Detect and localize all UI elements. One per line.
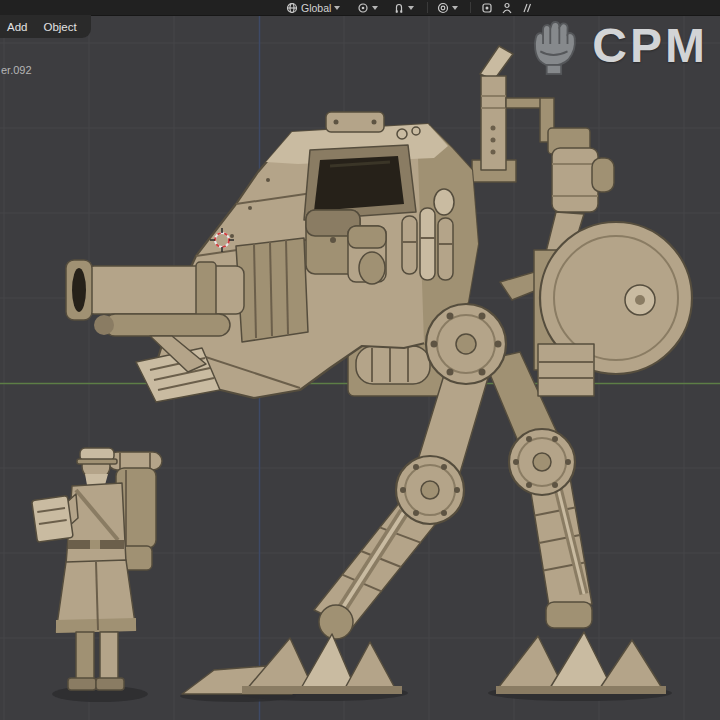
watermark: CPM (524, 14, 708, 76)
transform-orientation-label: Global (301, 2, 331, 14)
falloff-slash-icon (521, 2, 533, 14)
right-leg[interactable] (484, 352, 666, 694)
cockpit-window[interactable] (304, 145, 416, 220)
watermark-text: CPM (592, 18, 708, 73)
shield-disc[interactable] (534, 222, 692, 396)
armored-walker-mech[interactable] (66, 46, 692, 694)
menu-bar: Add Object (0, 15, 91, 38)
fist-icon (524, 14, 582, 76)
header-separator (470, 2, 471, 13)
options-toggle[interactable] (478, 0, 496, 15)
menu-add[interactable]: Add (7, 21, 27, 33)
proportional-editing-dropdown[interactable] (434, 0, 461, 15)
chevron-down-icon (408, 6, 414, 10)
blender-viewport: Global (0, 0, 720, 720)
options-toggle-icon (481, 2, 493, 14)
transform-pivot-dropdown[interactable] (354, 0, 381, 15)
mirror-toggle[interactable] (498, 0, 516, 15)
exhaust-stack[interactable] (472, 46, 516, 182)
transform-pivot-icon (357, 2, 369, 14)
chevron-down-icon (452, 6, 458, 10)
gun-muzzle (72, 268, 86, 312)
snap-dropdown[interactable] (390, 0, 417, 15)
chevron-down-icon (372, 6, 378, 10)
chevron-down-icon (334, 6, 340, 10)
transform-orientation-dropdown[interactable]: Global (283, 0, 343, 15)
held-crate (32, 496, 73, 543)
menu-object[interactable]: Object (43, 21, 76, 33)
soldier-figure[interactable] (32, 448, 162, 690)
gun-barrel[interactable] (86, 266, 244, 314)
proportional-editing-icon (437, 2, 449, 14)
person-icon (501, 2, 513, 14)
snap-magnet-icon (393, 2, 405, 14)
globe-icon (286, 2, 298, 14)
active-object-label: er.092 (1, 64, 32, 76)
header-separator (427, 2, 428, 13)
falloff-toggle[interactable] (518, 0, 536, 15)
viewport-canvas[interactable] (0, 0, 720, 720)
